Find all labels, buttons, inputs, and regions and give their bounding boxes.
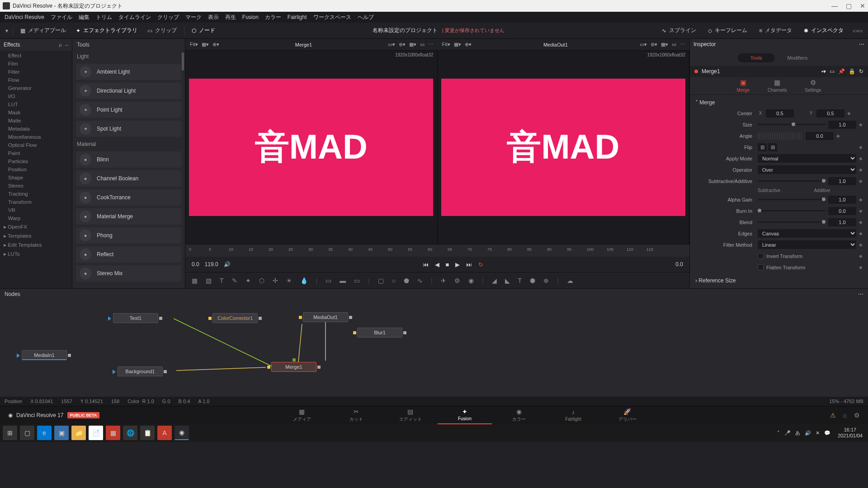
tool-reflect[interactable]: ●Reflect (76, 246, 181, 263)
node-graph[interactable]: Text1 ColorCorrector1 MediaOut1 Blur1 Me… (0, 300, 868, 397)
task-view-button[interactable]: ▢ (20, 426, 34, 440)
tool-icon[interactable]: ⬟ (404, 277, 409, 284)
tool-icon[interactable]: ⊕ (543, 277, 549, 284)
menu-item[interactable]: DaVinci Resolve (5, 14, 44, 20)
audio-icon[interactable]: 🔊 (224, 261, 231, 267)
effects-item[interactable]: Stereo (0, 182, 72, 190)
taskbar-clock[interactable]: 16:172021/01/04 (835, 427, 865, 439)
tool-icon[interactable]: ▭ (354, 277, 360, 284)
reset-icon[interactable]: ↻ (859, 68, 863, 75)
tool-icon[interactable]: ⬢ (530, 277, 535, 284)
menu-item[interactable]: Fusion (242, 14, 259, 20)
in-point[interactable]: 0.0 (192, 261, 199, 267)
search-icon[interactable]: ⌕ (59, 42, 62, 48)
tool-icon[interactable]: ▦ (192, 277, 198, 284)
keyframe-diamond[interactable]: ◆ (859, 220, 863, 225)
invert-checkbox[interactable] (758, 253, 764, 259)
effects-item[interactable]: Effect (0, 52, 72, 60)
size-input[interactable] (828, 121, 856, 129)
options-icon[interactable]: ⋯ (680, 42, 685, 47)
menu-item[interactable]: ヘルプ (358, 14, 374, 21)
tray-mic-icon[interactable]: 🎤 (784, 430, 791, 436)
page-fusion[interactable]: ✦Fusion (438, 406, 492, 424)
tool-icon[interactable]: ◢ (492, 277, 497, 284)
page-cut[interactable]: ✂カット (329, 406, 383, 424)
mediapool-button[interactable]: ▦メディアプール (18, 25, 69, 36)
pin-icon[interactable]: 📌 (838, 68, 845, 75)
metadata-button[interactable]: ≡メタデータ (756, 25, 795, 36)
effects-item[interactable]: Metadata (0, 125, 72, 133)
effects-item[interactable]: Transform (0, 198, 72, 206)
blend-slider[interactable] (758, 221, 826, 223)
taskbar-app-resolve[interactable]: ◉ (175, 426, 189, 440)
tool-material-merge[interactable]: ●Material Merge (76, 208, 181, 225)
page-deliver[interactable]: 🚀デリバー (600, 406, 655, 424)
edges-select[interactable]: Canvas (758, 229, 856, 238)
node-colorcorrector1[interactable]: ColorCorrector1 (212, 313, 258, 323)
blend-input[interactable] (828, 218, 856, 226)
fit-dropdown[interactable]: Fit▾ (190, 42, 198, 47)
taskbar-app[interactable]: ▣ (54, 426, 69, 440)
burnin-input[interactable] (828, 207, 856, 215)
node-text1[interactable]: Text1 (113, 313, 158, 323)
node-mediain1[interactable]: MediaIn1 (22, 350, 67, 360)
effects-item[interactable]: Tracking (0, 190, 72, 198)
keyframe-diamond[interactable]: ◆ (859, 145, 863, 150)
viewer-opts-icon[interactable]: ▭ (672, 42, 676, 47)
angle-input[interactable] (806, 132, 834, 140)
taskbar-app[interactable]: ▦ (106, 426, 120, 440)
out-point[interactable]: 119.0 (205, 261, 218, 267)
inspector-button[interactable]: ✱インスペクタ (801, 25, 846, 36)
page-fairlight[interactable]: ♪Fairlight (546, 406, 600, 424)
effects-group[interactable]: ▸ OpenFX (0, 222, 72, 231)
home-icon[interactable]: ⌂ (843, 412, 847, 419)
gear-icon[interactable]: ⚙ (854, 412, 860, 419)
tool-channel-boolean[interactable]: ●Channel Boolean (76, 170, 181, 187)
tool-icon[interactable]: ⬡ (259, 277, 264, 284)
taskbar-app[interactable]: 📄 (89, 426, 103, 440)
node-mediaout1[interactable]: MediaOut1 (303, 312, 348, 322)
effects-item[interactable]: Position (0, 165, 72, 174)
spline-button[interactable]: ∿スプライン (659, 25, 699, 36)
effects-item[interactable]: Optical Flow (0, 141, 72, 149)
keyframe-diamond[interactable]: ◆ (859, 178, 863, 183)
keyframe-diamond[interactable]: ◆ (836, 133, 841, 138)
tool-icon[interactable]: ◉ (468, 277, 474, 284)
section-refsize[interactable]: › Reference Size (690, 276, 868, 286)
keyframe-diamond[interactable]: ◆ (847, 111, 852, 116)
options-icon[interactable]: ⋯ (65, 42, 68, 48)
effects-group[interactable]: ▸ Templates (0, 231, 72, 240)
clips-button[interactable]: ▭クリップ (145, 25, 179, 36)
page-color[interactable]: ◉カラー (492, 406, 546, 424)
menu-item[interactable]: トリム (96, 14, 112, 21)
keyframe-diamond[interactable]: ◆ (859, 242, 863, 247)
stop-button[interactable]: ■ (446, 261, 449, 268)
applymode-select[interactable]: Normal (758, 154, 856, 163)
keyframe-diamond[interactable]: ◆ (859, 208, 863, 213)
effects-item[interactable]: Generator (0, 84, 72, 92)
tool-icon[interactable]: ⚙ (454, 277, 460, 284)
menu-item[interactable]: ワークスペース (313, 14, 351, 21)
subtab-merge[interactable]: ▣Merge (737, 79, 750, 93)
effects-item[interactable]: Miscellaneous (0, 133, 72, 141)
viewer-opts-icon[interactable]: ▦▾ (409, 42, 416, 47)
taskbar-app[interactable]: 🌐 (123, 426, 137, 440)
viewer-opts-icon[interactable]: ▦▾ (202, 42, 209, 47)
viewer-opts-icon[interactable]: ▭▾ (640, 42, 647, 47)
options-icon[interactable]: ⋯ (859, 41, 864, 47)
effects-item[interactable]: Mask (0, 108, 72, 117)
left-viewer[interactable]: 1920x1080xfloat32 音MAD (185, 51, 438, 244)
fit-dropdown[interactable]: Fit▾ (442, 42, 450, 47)
tray-ime-icon[interactable]: あ (795, 430, 800, 436)
scrollbar[interactable] (182, 52, 184, 70)
filter-select[interactable]: Linear (758, 240, 856, 249)
subtab-channels[interactable]: ▦Channels (768, 79, 787, 93)
subtab-settings[interactable]: ⚙Settings (805, 79, 821, 93)
menu-item[interactable]: 表示 (208, 14, 219, 21)
tool-phong[interactable]: ●Phong (76, 227, 181, 244)
tool-directional-light[interactable]: ✦Directional Light (76, 83, 181, 99)
menu-item[interactable]: 編集 (79, 14, 90, 21)
tool-icon[interactable]: ∿ (417, 277, 423, 284)
viewer-opts-icon[interactable]: ▦▾ (454, 42, 461, 47)
alphagain-input[interactable] (828, 196, 856, 204)
